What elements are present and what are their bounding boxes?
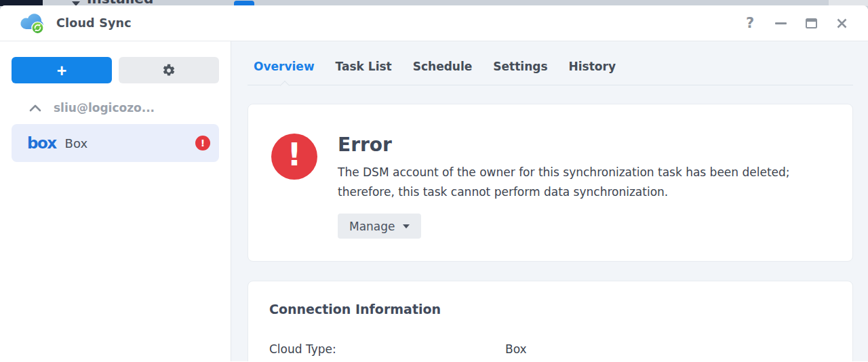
error-title: Error	[338, 134, 790, 156]
sidebar-button-row: +	[0, 57, 231, 83]
error-message-line1: The DSM account of the owner for this sy…	[338, 163, 790, 182]
minimize-button[interactable]	[770, 13, 791, 33]
settings-gear-button[interactable]	[119, 57, 219, 83]
manage-button-label: Manage	[349, 220, 395, 233]
connection-name: Box	[65, 136, 87, 150]
tab-schedule[interactable]: Schedule	[413, 60, 473, 73]
error-message: The DSM account of the owner for this sy…	[338, 163, 790, 202]
close-icon	[836, 18, 848, 29]
tab-history[interactable]: History	[569, 60, 616, 73]
tab-bar: Overview Task List Schedule Settings His…	[248, 41, 853, 85]
sidebar: + sliu@logicozo... box Box !	[0, 41, 231, 361]
add-connection-button[interactable]: +	[12, 57, 112, 83]
tab-overview[interactable]: Overview	[254, 60, 315, 73]
error-panel: ! Error The DSM account of the owner for…	[248, 104, 853, 262]
app-title: Cloud Sync	[56, 16, 132, 30]
gear-icon	[162, 64, 176, 77]
connection-info-row: Cloud Type: Box	[269, 342, 832, 356]
cloud-sync-logo-icon	[19, 11, 46, 35]
connection-information-panel: Connection Information Cloud Type: Box	[248, 281, 853, 361]
connection-information-title: Connection Information	[269, 302, 832, 317]
main-content: Overview Task List Schedule Settings His…	[231, 41, 868, 361]
help-button[interactable]: ?	[740, 13, 760, 33]
cloud-type-label: Cloud Type:	[269, 342, 505, 356]
manage-button[interactable]: Manage	[338, 214, 421, 239]
chevron-up-icon	[28, 103, 42, 113]
chevron-down-icon	[403, 224, 410, 232]
cloud-type-value: Box	[505, 342, 527, 356]
window-controls: ?	[740, 13, 852, 33]
tab-task-list[interactable]: Task List	[336, 60, 392, 73]
error-badge-icon: !	[195, 136, 210, 150]
active-tab-notch	[280, 81, 290, 90]
maximize-icon	[806, 18, 817, 28]
sidebar-item-box-connection[interactable]: box Box !	[12, 124, 219, 162]
window-body: + sliu@logicozo... box Box !	[0, 41, 868, 361]
error-exclamation-icon: !	[271, 134, 317, 180]
account-name: sliu@logicozo...	[54, 101, 155, 115]
minimize-icon	[775, 22, 787, 24]
account-group-header[interactable]: sliu@logicozo...	[28, 101, 231, 115]
box-logo-icon: box	[27, 134, 56, 152]
maximize-button[interactable]	[801, 13, 821, 33]
title-bar: Cloud Sync ?	[0, 5, 868, 41]
tab-settings[interactable]: Settings	[493, 60, 547, 73]
close-button[interactable]	[831, 13, 852, 33]
error-message-line2: therefore, this task cannot perform data…	[338, 182, 790, 202]
cloud-sync-window: Cloud Sync ? +	[0, 5, 868, 362]
help-icon: ?	[746, 15, 754, 31]
